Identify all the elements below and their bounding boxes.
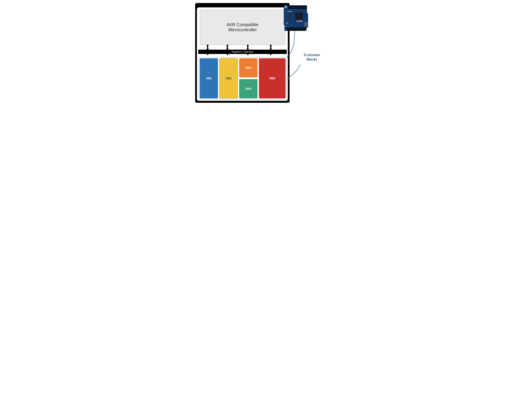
svg-point-27 [306, 24, 306, 25]
svg-rect-11 [286, 29, 307, 30]
board-brand-top: Alorium [287, 11, 292, 12]
svg-rect-18 [288, 19, 289, 20]
svg-point-26 [305, 24, 305, 25]
svg-point-24 [306, 23, 306, 24]
xb1-label: XB1 [206, 77, 212, 80]
xb4-block: XB4 [239, 79, 257, 98]
xb1-block: XB1 [200, 58, 218, 98]
svg-rect-12 [286, 28, 307, 29]
svg-point-14 [285, 6, 286, 8]
board-brand-middle: XLR8 [296, 20, 302, 22]
xb2-label: XB2 [226, 77, 232, 80]
bus-label: Registers / Data Bus [232, 50, 253, 53]
xb4-label: XB4 [245, 87, 251, 90]
svg-rect-17 [289, 16, 291, 17]
xcelerator-block-container: XB1 XB2 XB3 XB4 XB5 [199, 57, 286, 99]
mcu-label-line1: AVR Compatible [227, 22, 258, 27]
svg-point-28 [307, 24, 308, 25]
xb5-label: XB5 [269, 77, 275, 80]
board-select-label: select 3.3 [286, 26, 289, 27]
svg-point-31 [307, 25, 308, 26]
svg-point-25 [307, 23, 308, 24]
svg-rect-9 [288, 6, 307, 7]
svg-point-32 [286, 22, 287, 23]
xb2-block: XB2 [219, 58, 238, 98]
mcu-label-line2: Microcontroller [228, 27, 257, 32]
board-reset-label: RESET [285, 5, 287, 6]
svg-point-35 [287, 23, 288, 24]
svg-point-33 [286, 23, 287, 24]
mcu-label: AVR Compatible Microcontroller [227, 22, 258, 32]
svg-rect-19 [295, 13, 303, 20]
svg-point-20 [305, 22, 305, 23]
xlr8-board-photo: RESET [284, 3, 309, 31]
svg-marker-8 [287, 77, 289, 79]
svg-point-34 [287, 22, 288, 23]
xb3-label: XB3 [245, 66, 251, 70]
xb3-block: XB3 [239, 58, 257, 77]
callout-label: Xcelerator Blocks [300, 53, 323, 62]
svg-point-22 [307, 22, 308, 23]
svg-point-29 [305, 25, 305, 26]
diagram-stage: AVR Compatible Microcontroller Registers… [194, 0, 324, 105]
svg-rect-16 [292, 14, 293, 15]
svg-rect-10 [288, 8, 307, 9]
svg-point-30 [306, 25, 306, 26]
svg-rect-15 [289, 13, 291, 15]
xb5-block: XB5 [259, 58, 286, 98]
svg-point-23 [305, 23, 305, 24]
mcu-block: AVR Compatible Microcontroller [200, 10, 285, 45]
svg-point-21 [306, 22, 306, 23]
bus-bar: Registers / Data Bus [198, 50, 287, 54]
